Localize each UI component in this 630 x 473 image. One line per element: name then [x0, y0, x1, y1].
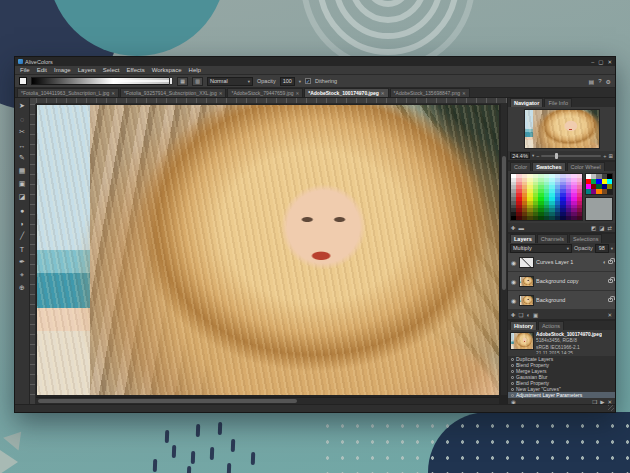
pattern-mode-button[interactable]: ▥	[192, 77, 203, 86]
fit-screen-icon[interactable]: ⊞	[608, 153, 613, 159]
document-tab[interactable]: *AdobeStock_79447659.jpg ✕	[227, 88, 303, 97]
mini-swatch[interactable]	[607, 189, 612, 194]
grid-mode-button[interactable]: ▦	[177, 77, 188, 86]
stamp-tool[interactable]: ▣	[16, 178, 29, 190]
menu-item[interactable]: Layers	[78, 67, 96, 73]
document-tab[interactable]: *Fotolia_104411963_Subscription_L.jpg ✕	[17, 88, 119, 97]
lock-icon[interactable]	[608, 260, 613, 264]
transform-tool[interactable]: ↔	[16, 139, 29, 151]
swap-colors-icon[interactable]: ⇄	[607, 225, 612, 231]
panel-tab[interactable]: Channels	[537, 234, 568, 243]
smudge-tool[interactable]: ◗	[16, 217, 29, 229]
gradient-icon[interactable]: ▬	[519, 225, 525, 231]
horizontal-scrollbar[interactable]	[36, 397, 499, 404]
tab-close-icon[interactable]: ✕	[111, 91, 115, 96]
text-tool[interactable]: T	[16, 243, 29, 255]
menu-item[interactable]: Effects	[126, 67, 144, 73]
panel-tab[interactable]: Layers	[510, 234, 536, 243]
panels-icon[interactable]: ▤	[589, 78, 595, 85]
panel-tab[interactable]: File Info	[544, 98, 572, 107]
eyedropper-tool[interactable]: ⌖	[16, 269, 29, 281]
panel-tab[interactable]: Color	[510, 162, 531, 171]
minimize-button[interactable]: –	[591, 59, 594, 65]
brush-tool[interactable]: ✎	[16, 152, 29, 164]
settings-gear-icon[interactable]: ⚙	[606, 78, 611, 85]
add-swatch-icon[interactable]: ✚	[511, 225, 516, 231]
visibility-icon[interactable]: ◉	[510, 297, 517, 304]
help-icon[interactable]: ?	[598, 78, 601, 85]
tab-close-icon[interactable]: ✕	[295, 91, 299, 96]
marquee-tool[interactable]: ◌	[16, 113, 29, 125]
layer-row-background[interactable]: ◉ Background	[508, 291, 615, 310]
dithering-checkbox[interactable]: ✓	[305, 78, 311, 84]
panel-tab[interactable]: Navigator	[510, 98, 543, 107]
pattern-brush-tool[interactable]: ▦	[16, 165, 29, 177]
zoom-slider[interactable]	[541, 155, 601, 157]
opacity-dropdown-icon[interactable]: ▾	[299, 79, 301, 84]
document-tab[interactable]: *AdobeStock_135698847.png ✕	[390, 88, 470, 97]
navigator-thumbnail[interactable]	[524, 109, 600, 149]
document-canvas[interactable]	[37, 105, 499, 395]
layer-opacity-input[interactable]: 98	[595, 244, 609, 253]
layer-opacity-dropdown-icon[interactable]: ▾	[611, 246, 613, 251]
vertical-scroll-thumb[interactable]	[502, 156, 506, 290]
move-tool[interactable]: ➤	[16, 100, 29, 112]
panel-tab[interactable]: Selections	[569, 234, 602, 243]
gradient-bar[interactable]	[31, 77, 173, 85]
layer-thumbnail[interactable]	[519, 295, 534, 306]
swatch-cell[interactable]	[577, 216, 582, 220]
new-group-icon[interactable]: ❏	[519, 312, 524, 318]
curves-layer-thumbnail[interactable]	[519, 257, 534, 268]
title-bar[interactable]: AliveColors – ▢ ✕	[15, 57, 615, 66]
layer-name[interactable]: Curves Layer 1	[536, 259, 601, 265]
menu-item[interactable]: Help	[189, 67, 201, 73]
menu-item[interactable]: Edit	[37, 67, 47, 73]
zoom-dropdown-icon[interactable]: ▾	[532, 153, 534, 158]
tab-close-icon[interactable]: ✕	[381, 91, 385, 96]
opacity-input[interactable]: 100	[280, 77, 295, 86]
layer-name[interactable]: Background copy	[536, 278, 606, 284]
line-tool[interactable]: ╱	[16, 230, 29, 242]
blend-mode-select[interactable]: Normal ▾	[207, 77, 253, 86]
panel-tab[interactable]: Swatches	[532, 162, 565, 171]
document-tab[interactable]: *Fotolia_93257914_Subscription_XXL.jpg ✕	[120, 88, 226, 97]
close-button[interactable]: ✕	[607, 59, 612, 65]
layer-blend-select[interactable]: Multiply ▾	[510, 244, 572, 253]
adjustment-layer-icon[interactable]: ◐	[527, 312, 530, 318]
pen-tool[interactable]: ✒	[16, 256, 29, 268]
zoom-in-icon[interactable]: +	[603, 153, 606, 159]
vertical-scrollbar[interactable]	[501, 104, 507, 395]
layer-thumbnail[interactable]	[519, 276, 534, 287]
scissors-tool[interactable]: ✂	[16, 126, 29, 138]
foreground-color-swatch[interactable]	[19, 77, 27, 85]
lock-icon[interactable]	[608, 279, 613, 283]
zoom-out-icon[interactable]: −	[536, 153, 539, 159]
zoom-value[interactable]: 24.4%	[510, 152, 530, 159]
layer-name[interactable]: Background	[536, 297, 606, 303]
horizontal-scroll-thumb[interactable]	[38, 399, 297, 403]
visibility-icon[interactable]: ◉	[510, 259, 517, 266]
resize-grip[interactable]	[608, 405, 614, 411]
tab-close-icon[interactable]: ✕	[462, 91, 466, 96]
history-step[interactable]: Adjustment Layer Parameters	[508, 392, 615, 398]
blur-tool[interactable]: ●	[16, 204, 29, 216]
menu-item[interactable]: File	[20, 67, 30, 73]
add-layer-icon[interactable]: ✚	[511, 312, 516, 318]
panel-tab[interactable]: Color Wheel	[567, 162, 605, 171]
menu-item[interactable]: Workspace	[152, 67, 182, 73]
zoom-slider-thumb[interactable]	[555, 153, 558, 159]
menu-item[interactable]: Select	[103, 67, 120, 73]
delete-layer-icon[interactable]: ✕	[607, 312, 612, 318]
lock-icon[interactable]	[608, 298, 613, 302]
foreground-icon[interactable]: ◩	[591, 225, 596, 231]
menu-item[interactable]: Image	[54, 67, 71, 73]
layer-mask-icon[interactable]: ▣	[533, 312, 538, 318]
current-color-swatch[interactable]	[585, 197, 613, 221]
chameleon-brush-tool[interactable]: ◪	[16, 191, 29, 203]
gradient-handle[interactable]	[169, 77, 173, 85]
panel-tab[interactable]: Actions	[538, 321, 564, 330]
background-icon[interactable]: ◪	[599, 225, 604, 231]
visibility-icon[interactable]: ◉	[510, 278, 517, 285]
document-tab[interactable]: *AdobeStock_100174970.jpeg ✕	[304, 88, 388, 97]
maximize-button[interactable]: ▢	[598, 59, 603, 65]
